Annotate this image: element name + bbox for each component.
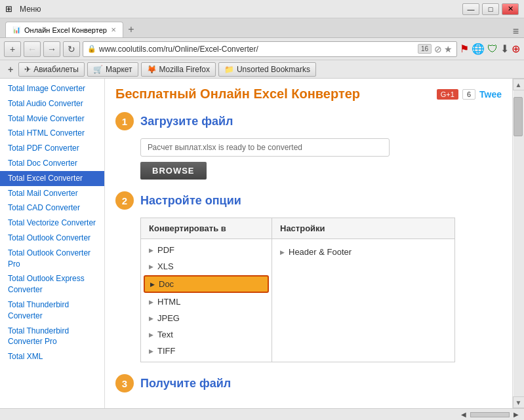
format-jpeg[interactable]: ▶ JPEG [141,310,272,326]
tab-favicon: 📊 [12,26,20,33]
maximize-button[interactable]: □ [482,3,499,15]
minimize-button[interactable]: — [462,3,479,15]
gplus-label: G+1 [441,90,454,98]
sidebar-item-outlook-express-converter[interactable]: Total Outlook Express Converter [0,271,104,297]
sidebar-item-thunderbird-converter-pro[interactable]: Total Thunderbird Converter Pro [0,324,104,350]
status-progress: ◀ ▶ [461,411,519,418]
header-footer-label: Header & Footer [289,247,352,257]
browser-menu-icon[interactable]: ≡ [513,26,519,37]
bookmarks-bar: + ✈ Авиабилеты 🛒 Маркет 🦊 Mozilla Firefo… [0,60,524,79]
shield-icon[interactable]: 🛡 [487,43,498,55]
sidebar-item-xml[interactable]: Total XML [0,349,104,364]
options-container: Конвертировать в ▶ PDF ▶ XLS ▶ Doc [140,218,455,362]
bookmark-flights[interactable]: ✈ Авиабилеты [18,62,85,77]
scroll-down-button[interactable]: ▼ [513,396,525,408]
flights-label: Авиабилеты [33,65,79,74]
sidebar: Total Image Converter Total Audio Conver… [0,79,105,408]
step2-title: Настройте опции [140,194,241,208]
sidebar-item-html-converter[interactable]: Total HTML Converter [0,126,104,141]
xls-arrow-icon: ▶ [149,263,153,270]
settings-content: ▶ Header & Footer [272,239,454,265]
doc-label: Doc [159,279,174,289]
step3-section: 3 Получите файл [115,374,502,392]
jpeg-label: JPEG [157,313,180,323]
sidebar-item-pdf-converter[interactable]: Total PDF Converter [0,141,104,156]
html-label: HTML [157,297,180,307]
main-content: Бесплатный Онлайн Excel Конвертер G+1 6 … [105,79,512,408]
format-xls[interactable]: ▶ XLS [141,258,272,275]
bookmarks-add-button[interactable]: + [5,64,16,75]
step3-title: Получите файл [140,377,231,391]
social-buttons: G+1 6 Twee [437,89,502,100]
sidebar-item-outlook-converter[interactable]: Total Outlook Converter [0,231,104,246]
step1-title: Загрузите файл [140,115,233,128]
scroll-thumb[interactable] [514,97,523,136]
gplus-button[interactable]: G+1 [437,89,458,100]
opera-icon[interactable]: ⊕ [512,43,520,55]
doc-arrow-icon: ▶ [150,281,155,288]
format-tiff[interactable]: ▶ TIFF [141,343,272,359]
sidebar-item-cad-converter[interactable]: Total CAD Converter [0,200,104,216]
pdf-arrow-icon: ▶ [149,247,153,254]
tiff-arrow-icon: ▶ [149,348,153,354]
html-arrow-icon: ▶ [149,299,153,305]
sidebar-item-doc-converter[interactable]: Total Doc Converter [0,156,104,171]
bookmark-firefox[interactable]: 🦊 Mozilla Firefox [141,62,216,77]
format-text[interactable]: ▶ Text [141,326,272,343]
forward-button[interactable]: → [43,41,60,57]
text-arrow-icon: ▶ [149,332,153,338]
sidebar-item-excel-converter[interactable]: Total Excel Converter [0,171,104,186]
tweet-button[interactable]: Twee [479,89,502,100]
bookmark-market[interactable]: 🛒 Маркет [87,62,138,77]
scroll-up-button[interactable]: ▲ [513,79,525,90]
status-bar: ◀ ▶ [0,408,524,420]
new-tab-button[interactable]: + [123,22,139,37]
file-ready-indicator: Расчет выплат.xlsx is ready to be conver… [140,138,390,157]
title-bar: ⊞ Меню — □ ✕ [0,0,524,18]
pdf-label: PDF [157,245,174,255]
globe-icon[interactable]: 🌐 [472,43,485,55]
block-icon[interactable]: ⊘ [434,44,442,54]
convert-to-header: Конвертировать в [141,218,272,239]
step1-number: 1 [115,112,134,130]
status-scroll-bar [470,412,510,417]
scroll-track [514,90,524,396]
firefox-label: Mozilla Firefox [159,65,210,74]
status-scroll-left[interactable]: ◀ [461,411,466,418]
xls-label: XLS [157,261,174,271]
sidebar-item-movie-converter[interactable]: Total Movie Converter [0,111,104,126]
format-pdf[interactable]: ▶ PDF [141,242,272,258]
status-scroll-right[interactable]: ▶ [514,411,519,418]
address-bar[interactable]: 🔒 www.coolutils.com/ru/Online/Excel-Conv… [83,41,457,57]
format-list: ▶ PDF ▶ XLS ▶ Doc ▶ HTML [141,239,272,362]
format-html[interactable]: ▶ HTML [141,294,272,310]
header-footer-item[interactable]: ▶ Header & Footer [280,244,447,259]
back-button[interactable]: ← [24,41,41,57]
header-footer-arrow-icon: ▶ [280,249,285,256]
download-icon[interactable]: ⬇ [500,43,509,55]
close-button[interactable]: ✕ [502,3,519,15]
bookmark-star-icon[interactable]: ★ [444,44,453,54]
tab-label: Онлайн Excel Конвертер [24,26,107,34]
active-tab[interactable]: 📊 Онлайн Excel Конвертер ✕ [5,22,123,37]
add-button[interactable]: + [4,41,21,57]
bookmark-unsorted[interactable]: 📁 Unsorted Bookmarks [218,62,316,77]
refresh-button[interactable]: ↻ [63,41,80,57]
address-icons: ⊘ ★ [434,44,453,54]
sidebar-item-outlook-converter-pro[interactable]: Total Outlook Converter Pro [0,246,104,272]
sidebar-item-mail-converter[interactable]: Total Mail Converter [0,186,104,201]
browse-button[interactable]: BROWSE [140,162,207,180]
page-heading: Бесплатный Онлайн Excel Конвертер G+1 6 … [115,86,502,102]
sidebar-item-thunderbird-converter[interactable]: Total Thunderbird Converter [0,297,104,324]
sidebar-item-image-converter[interactable]: Total Image Converter [0,81,104,96]
sidebar-item-vectorize-converter[interactable]: Total Vectorize Converter [0,216,104,231]
format-doc[interactable]: ▶ Doc [144,275,269,293]
sidebar-item-audio-converter[interactable]: Total Audio Converter [0,96,104,111]
step1-header: 1 Загрузите файл [115,112,502,130]
page-title: Бесплатный Онлайн Excel Конвертер [115,86,360,102]
flash-icon[interactable]: ⚑ [460,43,469,55]
browser-content: Total Image Converter Total Audio Conver… [0,79,524,408]
tab-close-button[interactable]: ✕ [111,26,116,33]
step3-number: 3 [115,374,134,392]
gplus-count: 6 [462,89,475,100]
